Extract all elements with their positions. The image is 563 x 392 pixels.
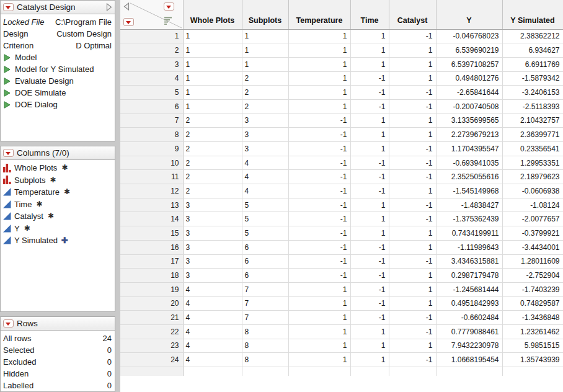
row-number-cell[interactable]: 8 (120, 128, 183, 142)
data-cell[interactable]: 1 (389, 71, 436, 86)
data-cell[interactable]: -1 (350, 254, 389, 269)
panel-splitter[interactable] (0, 141, 115, 146)
data-cell[interactable]: -1 (350, 269, 389, 283)
data-cell[interactable]: 2 (242, 99, 288, 114)
data-cell[interactable]: -1 (288, 114, 350, 128)
data-cell[interactable]: 6.5397108257 (436, 57, 502, 71)
data-cell[interactable]: -0.200740508 (436, 99, 502, 114)
data-cell[interactable]: 0.2987179478 (436, 269, 502, 283)
data-cell[interactable]: 0.74829587 (502, 296, 563, 311)
data-cell[interactable]: 3 (242, 128, 288, 142)
data-cell[interactable]: -1 (389, 156, 436, 170)
data-cell[interactable]: -1 (389, 324, 436, 339)
data-cell[interactable]: 3.4346315881 (436, 254, 502, 269)
data-cell[interactable]: -2.0077657 (502, 212, 563, 226)
data-cell[interactable]: -1 (288, 128, 350, 142)
data-cell[interactable]: 1.1704395547 (436, 142, 502, 156)
row-number-cell[interactable]: 12 (120, 184, 183, 198)
data-cell[interactable]: -1 (350, 156, 389, 170)
data-cell[interactable]: 1 (242, 57, 288, 71)
column-list-icon[interactable] (164, 16, 172, 25)
data-cell[interactable]: -0.693941035 (436, 156, 502, 170)
data-cell[interactable]: 1 (350, 29, 389, 43)
data-cell[interactable]: -0.046768023 (436, 29, 502, 43)
data-cell[interactable]: -1 (389, 254, 436, 269)
data-cell[interactable]: -0.0606938 (502, 184, 563, 198)
script-item[interactable]: Model (3, 51, 112, 63)
data-cell[interactable]: -1 (389, 86, 436, 100)
data-cell[interactable]: -1 (389, 311, 436, 325)
data-cell[interactable]: 2 (183, 156, 242, 170)
data-cell[interactable]: 1.23261462 (502, 324, 563, 339)
column-header[interactable]: Temperature (288, 0, 350, 29)
data-cell[interactable]: -1.3436848 (502, 311, 563, 325)
data-cell[interactable]: 2.36399771 (502, 128, 563, 142)
rows-stat-row[interactable]: Hidden0 (3, 368, 112, 380)
data-cell[interactable]: 1 (288, 296, 350, 311)
rows-menu-dropdown-icon[interactable] (3, 319, 14, 327)
data-cell[interactable]: -1 (350, 311, 389, 325)
data-cell[interactable]: -1.545149968 (436, 184, 502, 198)
data-cell[interactable]: -1 (389, 99, 436, 114)
row-number-cell[interactable]: 20 (120, 296, 183, 311)
data-cell[interactable]: 1 (389, 339, 436, 353)
data-cell[interactable]: 1.28011609 (502, 254, 563, 269)
rows-stat-row[interactable]: Labelled0 (3, 380, 112, 391)
data-cell[interactable]: 1 (288, 353, 350, 367)
data-cell[interactable]: 5.9851515 (502, 339, 563, 353)
row-number-cell[interactable]: 22 (120, 324, 183, 339)
row-number-cell[interactable]: 4 (120, 71, 183, 86)
data-cell[interactable]: 1 (183, 86, 242, 100)
data-cell[interactable]: 3 (183, 240, 242, 254)
data-cell[interactable]: 1 (389, 269, 436, 283)
data-cell[interactable]: 2.10432757 (502, 114, 563, 128)
data-cell[interactable]: 2.3525055616 (436, 170, 502, 184)
column-header[interactable]: Y Simulated (502, 0, 563, 29)
column-header[interactable]: Subplots (242, 0, 288, 29)
data-cell[interactable]: -1.08124 (502, 198, 563, 212)
expand-panel-icon[interactable] (106, 3, 112, 11)
data-cell[interactable]: 1 (350, 128, 389, 142)
data-cell[interactable]: -0.3799921 (502, 226, 563, 241)
data-cell[interactable]: -1 (350, 240, 389, 254)
data-cell[interactable]: 3 (242, 114, 288, 128)
data-cell[interactable]: 5 (242, 212, 288, 226)
data-cell[interactable]: 6 (242, 254, 288, 269)
data-cell[interactable]: 1.35743939 (502, 353, 563, 367)
data-cell[interactable]: 1 (389, 128, 436, 142)
rows-grid-menu-dropdown-icon[interactable] (123, 18, 134, 26)
column-header[interactable]: Whole Plots (183, 0, 242, 29)
column-item[interactable]: Y Simulated✚ (3, 234, 112, 247)
data-cell[interactable]: 1 (350, 324, 389, 339)
data-cell[interactable]: -1 (350, 71, 389, 86)
column-header[interactable]: Catalyst (389, 0, 436, 29)
data-cell[interactable]: 1 (350, 142, 389, 156)
data-cell[interactable]: 7.9432230978 (436, 339, 502, 353)
data-cell[interactable]: -1 (288, 198, 350, 212)
row-number-cell[interactable]: 6 (120, 99, 183, 114)
data-cell[interactable]: 1 (183, 99, 242, 114)
row-number-cell[interactable]: 1 (120, 29, 183, 43)
data-cell[interactable]: 0.7779088461 (436, 324, 502, 339)
data-cell[interactable]: 2 (242, 86, 288, 100)
columns-menu-dropdown-icon[interactable] (3, 149, 14, 157)
data-cell[interactable]: 1 (350, 226, 389, 241)
row-number-cell[interactable]: 18 (120, 269, 183, 283)
data-cell[interactable]: -1 (389, 29, 436, 43)
data-cell[interactable]: 1 (350, 57, 389, 71)
data-cell[interactable]: -1 (288, 226, 350, 241)
data-cell[interactable]: -1 (288, 156, 350, 170)
column-item[interactable]: Subplots✱ (3, 174, 112, 187)
row-number-cell[interactable]: 13 (120, 198, 183, 212)
data-cell[interactable]: 3 (242, 142, 288, 156)
data-cell[interactable]: 2.18979623 (502, 170, 563, 184)
script-item[interactable]: DOE Dialog (3, 99, 112, 110)
data-cell[interactable]: 0.23356541 (502, 142, 563, 156)
data-cell[interactable]: -1 (389, 198, 436, 212)
data-cell[interactable]: 2 (183, 142, 242, 156)
data-cell[interactable]: 1 (389, 240, 436, 254)
data-cell[interactable]: -1 (350, 170, 389, 184)
data-cell[interactable]: 1.29953351 (502, 156, 563, 170)
data-cell[interactable]: 8 (242, 324, 288, 339)
data-cell[interactable]: 2.2739679213 (436, 128, 502, 142)
